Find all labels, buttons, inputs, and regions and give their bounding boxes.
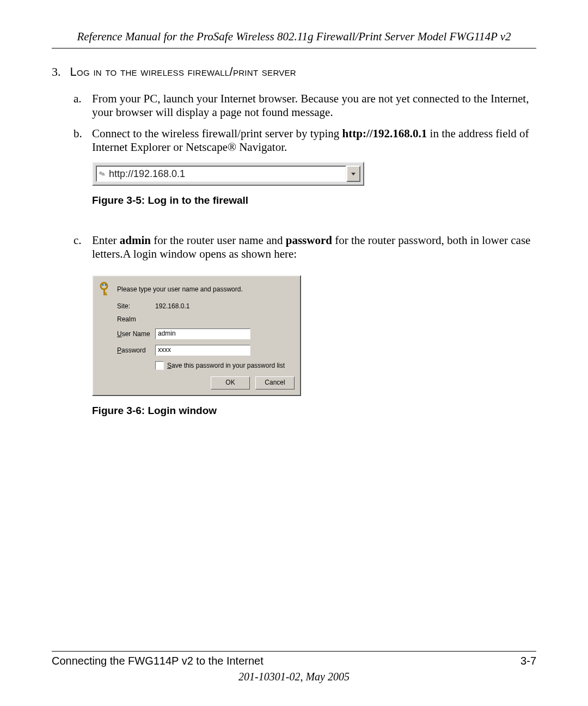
page-icon: ✎ — [98, 168, 107, 179]
text-fragment: Connect to the wireless firewall/print s… — [92, 127, 342, 140]
text-fragment: for the router user name and — [151, 234, 286, 247]
sub-item-letter: b. — [74, 127, 92, 141]
step-title: Log in to the wireless firewall/print se… — [70, 65, 297, 78]
login-dialog: Please type your user name and password.… — [92, 275, 301, 396]
password-bold: password — [286, 234, 332, 247]
figure-caption-1: Figure 3-5: Log in to the firewall — [92, 194, 536, 206]
svg-marker-0 — [351, 173, 356, 175]
save-password-checkbox[interactable] — [155, 361, 164, 370]
svg-point-1 — [101, 283, 107, 289]
chevron-down-icon — [350, 171, 357, 177]
address-field[interactable]: ✎ http://192.168.0.1 — [96, 166, 346, 182]
header-rule — [52, 48, 536, 48]
admin-bold: admin — [120, 234, 151, 247]
login-prompt: Please type your user name and password. — [117, 285, 243, 293]
address-url: http://192.168.0.1 — [109, 168, 185, 180]
footer-docnum: 201-10301-02, May 2005 — [52, 671, 536, 683]
password-input[interactable]: xxxx — [155, 345, 250, 356]
svg-rect-5 — [105, 293, 107, 294]
svg-rect-4 — [103, 289, 105, 295]
sub-item-c: c. Enter admin for the router user name … — [74, 234, 536, 261]
page-number: 3-7 — [520, 655, 536, 667]
site-value: 192.168.0.1 — [155, 302, 295, 310]
sub-item-body: Enter admin for the router user name and… — [92, 234, 536, 261]
save-password-label: Save this password in your password list — [167, 362, 285, 369]
manual-page: Reference Manual for the ProSafe Wireles… — [0, 0, 588, 706]
svg-point-2 — [102, 284, 104, 286]
footer-rule — [52, 651, 536, 652]
text-fragment: Enter — [92, 234, 120, 247]
password-label: Password — [117, 346, 155, 354]
ok-button[interactable]: OK — [211, 376, 250, 389]
svg-point-3 — [105, 284, 107, 286]
sub-item-a: a. From your PC, launch your Internet br… — [74, 92, 536, 119]
username-label: User Name — [117, 330, 155, 338]
running-header: Reference Manual for the ProSafe Wireles… — [52, 30, 536, 44]
sub-item-body: From your PC, launch your Internet brows… — [92, 92, 536, 119]
realm-label: Realm — [117, 315, 155, 323]
address-dropdown-button[interactable] — [346, 166, 360, 182]
cancel-button[interactable]: Cancel — [255, 376, 295, 389]
key-icon — [99, 282, 113, 297]
sub-item-b: b. Connect to the wireless firewall/prin… — [74, 127, 536, 154]
svg-rect-6 — [105, 294, 107, 295]
page-footer: Connecting the FWG114P v2 to the Interne… — [52, 651, 536, 683]
figure-caption-2: Figure 3-6: Login window — [92, 405, 536, 417]
sub-item-letter: a. — [74, 92, 92, 106]
site-label: Site: — [117, 302, 155, 310]
sub-item-body: Connect to the wireless firewall/print s… — [92, 127, 536, 154]
url-bold: http://192.168.0.1 — [342, 127, 427, 140]
address-bar-figure: ✎ http://192.168.0.1 — [92, 162, 364, 186]
username-input[interactable]: admin — [155, 328, 250, 339]
footer-chapter: Connecting the FWG114P v2 to the Interne… — [52, 655, 264, 667]
step-number: 3. — [52, 65, 67, 79]
sub-item-letter: c. — [74, 234, 92, 247]
address-bar-chrome: ✎ http://192.168.0.1 — [92, 162, 364, 186]
step-heading: 3. Log in to the wireless firewall/print… — [52, 65, 536, 79]
